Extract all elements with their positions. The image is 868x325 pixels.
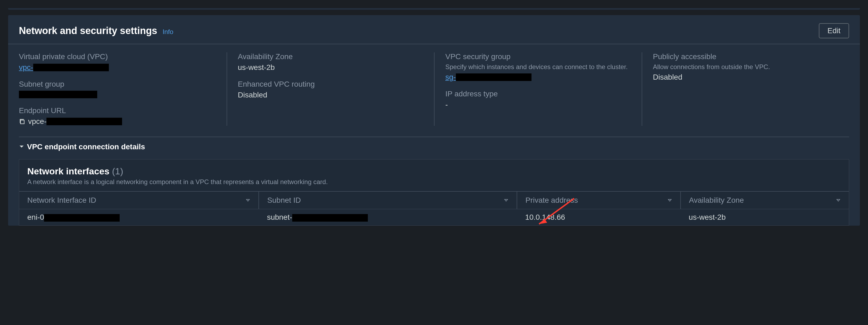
panel-title: Network and security settings	[19, 25, 157, 36]
copy-icon[interactable]	[19, 118, 25, 125]
field-label: IP address type	[445, 90, 631, 98]
cell-private-addr: 10.0.148.66	[517, 209, 681, 226]
field-value: -	[445, 100, 631, 109]
cell-subnet: subnet-	[259, 209, 517, 226]
edit-button[interactable]: Edit	[819, 23, 849, 38]
sg-link[interactable]: sg-	[445, 73, 531, 82]
col-subnet[interactable]: Subnet ID	[259, 191, 517, 209]
endpoint-value: vpce-	[19, 117, 216, 126]
redacted	[44, 214, 120, 222]
field-label: Enhanced VPC routing	[238, 80, 424, 89]
field-label: Virtual private cloud (VPC)	[19, 52, 216, 61]
collapser-title: VPC endpoint connection details	[27, 142, 145, 151]
sub-title-text: Network interfaces	[27, 166, 110, 176]
field-public: Publicly accessible Allow connections fr…	[653, 52, 839, 82]
endpoint-prefix: vpce-	[28, 117, 46, 126]
field-label: Endpoint URL	[19, 106, 216, 115]
sub-panel-header: Network interfaces (1) A network interfa…	[19, 160, 849, 186]
sort-icon	[667, 196, 672, 205]
sg-prefix: sg-	[445, 73, 456, 82]
sort-icon	[504, 196, 508, 205]
col-1: Virtual private cloud (VPC) vpc- Subnet …	[19, 52, 226, 126]
col-2: Availability Zone us-west-2b Enhanced VP…	[226, 52, 434, 126]
field-az: Availability Zone us-west-2b	[238, 52, 424, 72]
redacted	[456, 73, 531, 81]
redacted	[19, 91, 97, 98]
interfaces-table: Network Interface ID Subnet ID Private a…	[19, 191, 849, 225]
field-label: Subnet group	[19, 80, 216, 89]
panel-header: Network and security settings Info Edit	[8, 15, 860, 44]
cell-eni: eni-0	[19, 209, 259, 226]
col-eni[interactable]: Network Interface ID	[19, 191, 259, 209]
redacted	[292, 214, 368, 222]
redacted	[46, 118, 122, 125]
redacted	[33, 64, 109, 71]
col-label: Private address	[525, 196, 578, 205]
vpc-endpoint-collapser[interactable]: VPC endpoint connection details	[8, 137, 860, 159]
svg-rect-0	[21, 120, 24, 124]
vpc-link[interactable]: vpc-	[19, 63, 109, 72]
vpc-prefix: vpc-	[19, 63, 33, 72]
col-3: VPC security group Specify which instanc…	[434, 52, 642, 126]
field-sg: VPC security group Specify which instanc…	[445, 52, 631, 82]
network-security-panel: Network and security settings Info Edit …	[8, 15, 860, 226]
field-value: Disabled	[238, 91, 424, 99]
table-row[interactable]: eni-0 subnet- 10.0.148.66 us-west-2b	[19, 209, 849, 226]
field-sub: Specify which instances and devices can …	[445, 63, 631, 71]
panel-title-wrap: Network and security settings Info	[19, 25, 174, 36]
col-private-addr[interactable]: Private address	[517, 191, 681, 209]
col-label: Subnet ID	[267, 196, 301, 205]
col-az[interactable]: Availability Zone	[681, 191, 849, 209]
field-evr: Enhanced VPC routing Disabled	[238, 80, 424, 99]
col-4: Publicly accessible Allow connections fr…	[642, 52, 849, 126]
network-interfaces-panel: Network interfaces (1) A network interfa…	[19, 159, 849, 226]
caret-down-icon	[19, 142, 24, 151]
col-label: Availability Zone	[689, 196, 744, 205]
field-label: VPC security group	[445, 52, 631, 61]
field-endpoint-url: Endpoint URL vpce-	[19, 106, 216, 126]
field-ip-type: IP address type -	[445, 90, 631, 109]
field-sub: Allow connections from outside the VPC.	[653, 63, 839, 71]
info-link[interactable]: Info	[162, 28, 174, 35]
table-header-row: Network Interface ID Subnet ID Private a…	[19, 191, 849, 209]
field-label: Availability Zone	[238, 52, 424, 61]
prev-panel-edge	[8, 8, 860, 10]
sub-title: Network interfaces (1)	[27, 166, 841, 176]
field-subnet-group: Subnet group	[19, 80, 216, 98]
sort-icon	[246, 196, 250, 205]
field-vpc: Virtual private cloud (VPC) vpc-	[19, 52, 216, 72]
field-label: Publicly accessible	[653, 52, 839, 61]
sort-icon	[836, 196, 841, 205]
interface-count: (1)	[112, 166, 123, 176]
field-value: Disabled	[653, 73, 839, 82]
eni-prefix: eni-0	[27, 213, 44, 221]
cell-az: us-west-2b	[681, 209, 849, 226]
subnet-prefix: subnet-	[267, 213, 292, 221]
sub-desc: A network interface is a logical network…	[27, 178, 841, 186]
col-label: Network Interface ID	[27, 196, 96, 205]
field-value: us-west-2b	[238, 63, 424, 72]
settings-grid: Virtual private cloud (VPC) vpc- Subnet …	[8, 44, 860, 134]
